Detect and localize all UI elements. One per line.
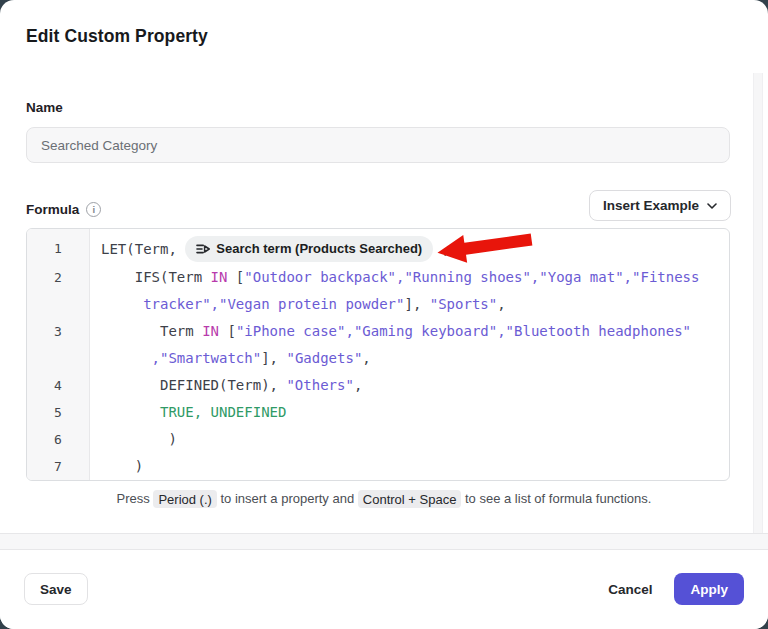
code-line: tracker","Vegan protein powder"], "Sport… [27, 291, 729, 318]
code-token: IN [211, 269, 228, 285]
line-number: 5 [27, 399, 89, 426]
code-token: DEFINED(Term), [101, 377, 286, 393]
property-field-icon [196, 242, 210, 256]
code-line: 1LET(Term, Search term (Products Searche… [27, 234, 729, 264]
code-token: , [497, 296, 505, 312]
code-token: , [362, 350, 370, 366]
kbd-control-space: Control + Space [358, 490, 462, 508]
code-content[interactable]: ) [89, 453, 143, 480]
code-content[interactable]: DEFINED(Term), "Others", [89, 372, 362, 399]
code-token: tracker","Vegan protein powder" [143, 296, 404, 312]
line-number [27, 345, 89, 372]
hint-text-2: to insert a property and [217, 491, 358, 506]
name-label: Name [26, 100, 63, 115]
code-content[interactable]: IFS(Term IN ["Outdoor backpack","Running… [89, 264, 699, 291]
line-number: 2 [27, 264, 89, 291]
code-content[interactable]: LET(Term, Search term (Products Searched… [89, 234, 450, 264]
code-token: "Sports" [430, 296, 497, 312]
code-token: , [354, 377, 362, 393]
code-token: [ [219, 323, 236, 339]
code-line: 3 Term IN ["iPhone case","Gaming keyboar… [27, 318, 729, 345]
code-token: ) [101, 431, 177, 447]
code-token: LET(Term, [101, 241, 185, 257]
code-token: ], [404, 296, 429, 312]
code-token: Term [101, 323, 202, 339]
hint-text-3: to see a list of formula functions. [461, 491, 651, 506]
save-button[interactable]: Save [24, 573, 88, 605]
code-line: ,"Smartwatch"], "Gadgets", [27, 345, 729, 372]
code-token: "Gadgets" [286, 350, 362, 366]
code-line: 6 ) [27, 426, 729, 453]
info-icon[interactable]: i [86, 202, 101, 217]
code-token: ,"Smartwatch" [152, 350, 262, 366]
line-number: 7 [27, 453, 89, 480]
dialog-title: Edit Custom Property [26, 26, 208, 47]
formula-editor-rows: 1LET(Term, Search term (Products Searche… [27, 229, 729, 480]
formula-editor[interactable]: 1LET(Term, Search term (Products Searche… [26, 228, 730, 481]
code-token: "Others" [286, 377, 353, 393]
dialog-footer: Save Cancel Apply [0, 550, 768, 629]
name-input[interactable] [26, 127, 730, 163]
code-content[interactable]: ) [89, 426, 177, 453]
code-token: , [433, 241, 450, 257]
line-number: 4 [27, 372, 89, 399]
insert-example-button[interactable]: Insert Example [589, 190, 731, 221]
code-line: 5 TRUE, UNDEFINED [27, 399, 729, 426]
line-number: 1 [27, 234, 89, 264]
code-token: ) [101, 458, 143, 474]
hint-text-1: Press [117, 491, 154, 506]
property-chip[interactable]: Search term (Products Searched) [185, 236, 433, 262]
code-content[interactable]: ,"Smartwatch"], "Gadgets", [89, 345, 371, 372]
code-token: [ [227, 269, 244, 285]
editor-hint: Press Period (.) to insert a property an… [0, 491, 768, 506]
apply-button[interactable]: Apply [674, 573, 744, 605]
code-token: IN [202, 323, 219, 339]
code-line: 7 ) [27, 453, 729, 480]
code-line: 2 IFS(Term IN ["Outdoor backpack","Runni… [27, 264, 729, 291]
chevron-down-icon [707, 203, 717, 209]
code-content[interactable]: TRUE, UNDEFINED [89, 399, 286, 426]
line-number: 3 [27, 318, 89, 345]
formula-label: Formula [26, 202, 79, 217]
code-token: TRUE, UNDEFINED [160, 404, 286, 420]
footer-divider [0, 533, 768, 550]
kbd-period: Period (.) [153, 490, 216, 508]
insert-example-label: Insert Example [603, 198, 699, 213]
code-token: "iPhone case","Gaming keyboard","Bluetoo… [236, 323, 691, 339]
code-token [101, 404, 160, 420]
code-content[interactable]: tracker","Vegan protein powder"], "Sport… [89, 291, 506, 318]
code-token [101, 350, 152, 366]
code-content[interactable]: Term IN ["iPhone case","Gaming keyboard"… [89, 318, 691, 345]
cancel-button[interactable]: Cancel [608, 582, 652, 597]
line-number [27, 291, 89, 318]
code-token: "Outdoor backpack","Running shoes","Yoga… [244, 269, 699, 285]
line-number: 6 [27, 426, 89, 453]
property-chip-label: Search term (Products Searched) [216, 234, 422, 264]
vertical-scrollbar[interactable] [753, 73, 763, 533]
code-token [101, 296, 143, 312]
code-token: ], [261, 350, 286, 366]
edit-custom-property-dialog: Edit Custom Property Name Formula i Inse… [0, 0, 768, 629]
code-line: 4 DEFINED(Term), "Others", [27, 372, 729, 399]
code-token: IFS(Term [101, 269, 211, 285]
